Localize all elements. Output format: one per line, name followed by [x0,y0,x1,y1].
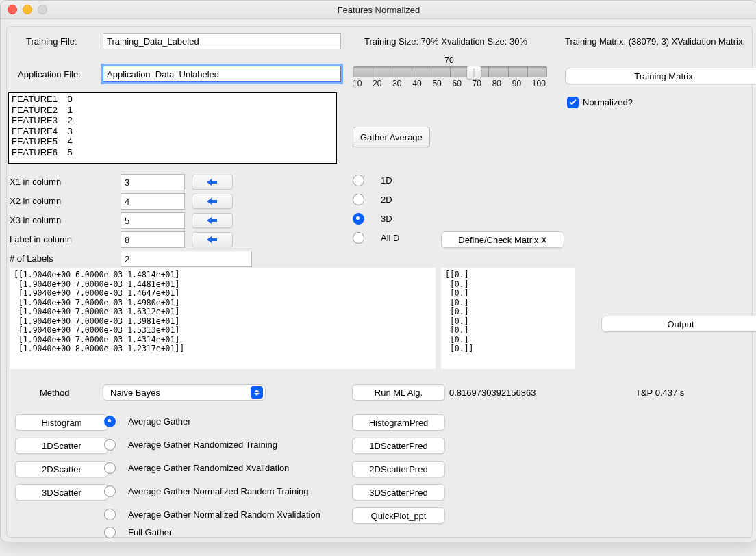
arrow-left-icon [207,179,218,186]
x2-arrow-button[interactable] [192,194,233,209]
gather-norm-rnd-train-radio[interactable] [104,485,116,497]
normalized-checkbox[interactable] [567,97,579,108]
dim-2d-label: 2D [381,194,392,205]
method-label: Method [40,388,69,398]
training-matrix-button[interactable]: Training Matrix [565,68,756,84]
score-value: 0.8169730392156863 [449,388,536,398]
arrow-left-icon [207,198,218,205]
dim-1d-label: 1D [381,175,392,186]
x2-label: X2 in column [10,193,112,208]
features-listbox[interactable]: FEATURE1 0 FEATURE2 1 FEATURE3 2 FEATURE… [8,92,337,164]
num-labels-label: # of Labels [10,251,112,266]
arrow-left-icon [207,217,218,224]
x1-input[interactable] [121,174,185,190]
x3-arrow-button[interactable] [192,213,233,228]
gather-rnd-train-radio[interactable] [104,439,116,451]
gather-norm-rnd-train-label: Average Gather Normalized Random Trainin… [128,486,309,496]
gather-full-label: Full Gather [128,527,172,538]
gather-rnd-train-row: Average Gather Randomized Training [104,439,277,451]
num-labels-input[interactable] [121,251,252,267]
dim-alld-radio[interactable] [353,232,364,244]
scatter3d-pred-button[interactable]: 3DScatterPred [352,484,445,501]
run-ml-button[interactable]: Run ML Alg. [352,384,445,401]
chevron-updown-icon [251,386,263,399]
x1-arrow-button[interactable] [192,175,233,190]
scatter2d-button[interactable]: 2DScatter [15,461,108,477]
label-arrow-button[interactable] [192,232,233,247]
scatter1d-pred-button[interactable]: 1DScatterPred [352,438,445,454]
method-select[interactable]: Naive Bayes [103,384,266,401]
gather-avg-label: Average Gather [128,416,191,427]
application-file-input[interactable] [103,66,341,82]
dim-3d-label: 3D [381,214,392,224]
window-title: Features Normalized [1,5,756,15]
dim-3d-row: 3D [353,213,392,225]
normalized-row: Normalized? [567,97,633,108]
gather-norm-rnd-xval-radio[interactable] [104,509,116,520]
gather-norm-rnd-xval-label: Average Gather Normalized Random Xvalida… [128,509,320,520]
gather-full-row: Full Gather [104,527,172,538]
gather-avg-row: Average Gather [104,416,191,427]
gather-norm-rnd-xval-row: Average Gather Normalized Random Xvalida… [104,509,320,520]
content-area: Training File: Application File: Trainin… [1,19,756,542]
training-file-label: Training File: [26,36,77,47]
dim-alld-label: All D [381,233,399,243]
quickplot-button[interactable]: QuickPlot_ppt [352,507,445,524]
split-slider[interactable]: 70 10 20 30 40 [353,55,547,88]
method-value: Naive Bayes [110,388,160,398]
x3-label: X3 in column [10,212,112,227]
gather-rnd-xval-radio[interactable] [104,462,116,474]
application-file-label: Application File: [18,69,81,79]
x1-label: X1 in column [10,174,112,189]
dim-1d-row: 1D [353,175,392,186]
gather-full-radio[interactable] [104,527,116,538]
dim-2d-radio[interactable] [353,194,364,205]
dim-3d-radio[interactable] [353,213,364,225]
histogram-pred-button[interactable]: HistogramPred [352,414,445,431]
dim-1d-radio[interactable] [353,175,364,186]
slider-tick-labels: 10 20 30 40 50 60 70 80 90 100 [353,79,546,88]
label-col-input[interactable] [121,231,185,248]
app-window: Features Normalized Training File: Appli… [0,0,756,542]
gather-rnd-xval-label: Average Gather Randomized Xvalidation [128,463,289,473]
labels-preview: [[0.] [0.] [0.] [0.] [0.] [0.] [0.] [0.]… [441,268,575,369]
define-matrix-button[interactable]: Define/Check Matrix X [441,231,564,248]
histogram-button[interactable]: Histogram [15,414,108,431]
dim-alld-row: All D [353,232,399,244]
arrow-left-icon [207,236,218,243]
x3-input[interactable] [121,212,185,229]
gather-average-button[interactable]: Gather Average [353,127,430,147]
scatter3d-button[interactable]: 3DScatter [15,484,108,501]
label-col-label: Label in column [10,231,112,247]
split-summary: Training Size: 70% Xvalidation Size: 30% [364,36,527,47]
output-button[interactable]: Output [601,316,756,332]
titlebar: Features Normalized [1,1,756,19]
dim-2d-row: 2D [353,194,392,205]
gather-avg-radio[interactable] [104,416,116,427]
slider-thumb[interactable] [466,66,481,79]
gather-norm-rnd-train-row: Average Gather Normalized Random Trainin… [104,485,309,497]
training-file-input[interactable] [103,33,341,49]
normalized-label: Normalized? [583,97,633,108]
gather-rnd-train-label: Average Gather Randomized Training [128,440,277,450]
check-icon [569,99,577,106]
gather-rnd-xval-row: Average Gather Randomized Xvalidation [104,462,289,474]
matrix-info: Training Matrix: (38079, 3) XValidation … [565,36,745,47]
matrix-preview: [[1.9040e+00 6.0000e-03 1.4814e+01] [1.9… [10,268,436,369]
x2-input[interactable] [121,193,185,210]
slider-value-label: 70 [353,55,546,65]
scatter1d-button[interactable]: 1DScatter [15,438,108,454]
scatter2d-pred-button[interactable]: 2DScatterPred [352,461,445,477]
timing-value: T&P 0.437 s [635,388,684,398]
